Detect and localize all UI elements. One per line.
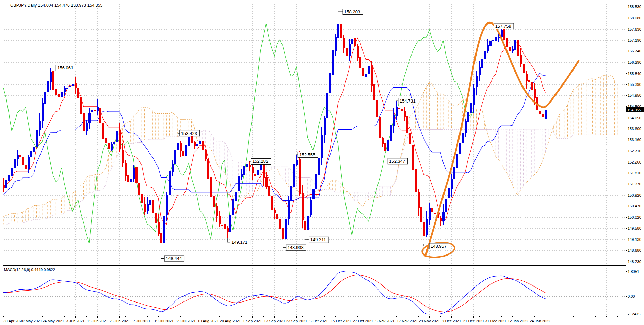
candle-body [343, 38, 344, 48]
candle-body [229, 215, 231, 231]
price-label-text: 152.282 [252, 159, 268, 164]
candle-body [105, 139, 107, 143]
y-tick-label: 149.130 [628, 237, 641, 242]
candle-body [210, 177, 212, 197]
candle-body [290, 186, 292, 201]
x-tick-label: 5 Oct 2021 [310, 319, 328, 323]
candle-body [542, 115, 544, 117]
candle-body [423, 222, 425, 235]
candle-body [531, 82, 533, 90]
candle-body [384, 143, 386, 150]
candle-body [373, 85, 375, 100]
candle-body [80, 97, 82, 114]
price-label-text: 149.171 [231, 239, 247, 245]
candle-body [249, 165, 251, 167]
candle-body [58, 94, 60, 97]
candle-body [418, 192, 419, 208]
candle-body [47, 81, 49, 92]
candle-body [318, 158, 320, 175]
candle-body [108, 143, 110, 149]
y-tick-label: 148.230 [628, 260, 641, 264]
candle-body [166, 195, 167, 215]
candle-body [285, 219, 287, 238]
candle-body [368, 67, 370, 74]
candle-body [299, 159, 300, 194]
candle-body [517, 41, 519, 56]
x-tick-label: 12 Jan 2022 [508, 319, 528, 323]
candle-body [509, 47, 511, 51]
candle-body [19, 155, 21, 157]
candle-body [492, 40, 494, 41]
candle-body [534, 89, 535, 97]
price-label-pointer [283, 244, 286, 248]
y-tick-label: 154.950 [628, 93, 641, 97]
candle-body [379, 117, 381, 138]
price-label-text: 153.423 [181, 131, 197, 136]
price-label-pointer [227, 238, 230, 242]
candle-body [232, 200, 234, 215]
current-price-value: 154.355 [627, 108, 641, 112]
candle-body [382, 139, 383, 144]
candle-body [125, 163, 126, 175]
candle-body [274, 210, 275, 213]
y-tick-label: 158.530 [628, 5, 641, 9]
candle-body [199, 141, 201, 144]
candle-body [528, 80, 530, 82]
candle-body [481, 59, 483, 68]
x-tick-label: 12 May 2021 [20, 319, 42, 323]
candle-body [512, 49, 513, 50]
candle-body [268, 187, 270, 196]
y-tick-label: 148.680 [628, 248, 641, 252]
candle-body [135, 168, 137, 183]
macd-tick-label: 1.8051 [628, 269, 639, 274]
candle-body [393, 115, 395, 126]
candle-body [152, 200, 154, 213]
candle-body [241, 175, 242, 176]
candle-body [265, 177, 267, 187]
candle-body [11, 168, 13, 176]
candle-body [398, 108, 400, 109]
candle-body [30, 151, 32, 157]
candle-body [177, 144, 179, 150]
candle-body [409, 134, 411, 144]
candle-body [86, 123, 87, 131]
price-label-text: 157.758 [495, 24, 511, 29]
y-tick-label: 149.580 [628, 226, 641, 230]
candle-body [396, 107, 397, 116]
candle-body [448, 188, 450, 198]
candle-body [362, 68, 364, 76]
candle-body [99, 108, 101, 123]
candle-body [44, 92, 46, 104]
trading-chart-canvas[interactable]: 158.530158.080157.630157.190156.740156.2… [0, 0, 644, 325]
x-tick-label: 5 Nov 2021 [375, 319, 395, 323]
candle-body [147, 204, 148, 211]
candle-body [202, 142, 204, 150]
candle-body [22, 157, 24, 164]
candle-body [434, 213, 436, 214]
x-tick-label: 20 Aug 2021 [220, 319, 241, 323]
candle-body [387, 140, 389, 151]
candle-body [406, 116, 408, 133]
y-tick-label: 150.470 [628, 204, 641, 208]
macd-tick-label: -1.2475 [628, 312, 640, 316]
macd-tick-label: 0.00 [628, 294, 635, 298]
candle-body [293, 164, 295, 187]
candle-body [246, 164, 248, 167]
candle-body [219, 216, 220, 224]
y-tick-label: 153.160 [628, 138, 641, 142]
candle-body [221, 225, 223, 226]
candle-body [487, 45, 488, 51]
trendline-drawing[interactable] [425, 22, 579, 256]
candle-body [324, 118, 325, 135]
y-tick-label: 154.050 [628, 116, 641, 120]
y-tick-label: 155.390 [628, 82, 641, 87]
y-tick-label: 156.740 [628, 49, 641, 53]
candle-body [357, 46, 358, 57]
candle-body [296, 160, 297, 165]
candle-body [88, 113, 90, 123]
candle-body [196, 144, 198, 146]
candle-body [8, 175, 10, 181]
candle-body [182, 152, 184, 156]
candle-body [462, 133, 464, 142]
candle-body [52, 72, 54, 90]
